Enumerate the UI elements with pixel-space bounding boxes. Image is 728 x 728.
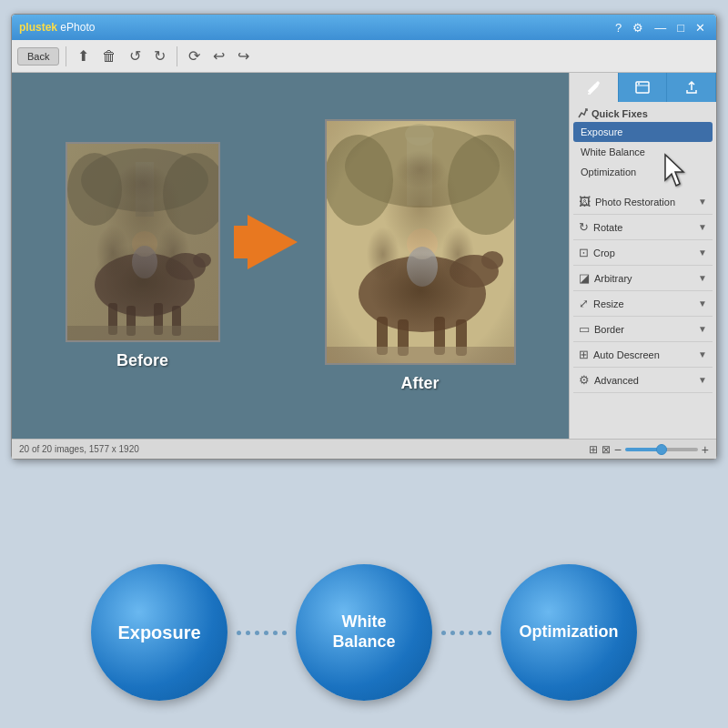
svg-rect-1 (67, 144, 218, 340)
delete-button[interactable]: 🗑 (97, 46, 121, 66)
restore-button[interactable]: □ (673, 22, 688, 34)
dot-2 (246, 631, 250, 635)
svg-point-2 (81, 148, 208, 212)
right-panel: Quick Fixes Exposure White Balance Optim… (569, 73, 716, 439)
svg-rect-8 (126, 306, 136, 336)
svg-point-30 (407, 247, 438, 287)
image-area: Before (12, 73, 569, 439)
status-bar: 20 of 20 images, 1577 x 1920 ⊞ ⊠ − + (12, 439, 716, 459)
adjustments-section: 🖼 Photo Restoration ▼ ↻ Rotate ▼ ⊡ Cr (570, 186, 716, 439)
dot-1 (237, 631, 241, 635)
close-button[interactable]: ✕ (692, 22, 709, 34)
brand-name: plustek (19, 21, 57, 34)
svg-rect-15 (67, 326, 218, 340)
rotate-ccw-button[interactable]: ↺ (125, 46, 146, 66)
svg-rect-7 (108, 303, 117, 335)
rotate-cw-button[interactable]: ↻ (149, 46, 170, 66)
arbitrary-chevron-icon: ▼ (698, 273, 707, 283)
before-photo (67, 144, 218, 340)
svg-rect-23 (377, 317, 388, 355)
circle-bubble-exposure: Exposure (91, 564, 228, 701)
svg-rect-31 (327, 347, 514, 363)
back-button[interactable]: Back (17, 47, 59, 66)
adj-rotate[interactable]: ↻ Rotate ▼ (573, 215, 713, 240)
tab-export[interactable] (667, 73, 716, 102)
svg-rect-32 (327, 121, 514, 363)
svg-point-28 (481, 251, 503, 269)
status-info: 20 of 20 images, 1577 x 1920 (19, 444, 139, 454)
svg-point-27 (450, 255, 499, 288)
quick-fixes-label: Quick Fixes (592, 108, 648, 119)
title-text: plustek ePhoto (19, 21, 95, 34)
before-photo-svg (67, 144, 218, 340)
reset-button[interactable]: ⟳ (184, 46, 205, 66)
dot-11 (478, 631, 482, 635)
quick-fixes-section: Quick Fixes Exposure White Balance Optim… (570, 102, 716, 186)
zoom-in-icon[interactable]: + (702, 442, 709, 457)
export-icon (684, 80, 699, 95)
dot-5 (273, 631, 278, 635)
svg-point-29 (407, 228, 438, 259)
app-window: plustek ePhoto ? ⚙ — □ ✕ Back ⬆ 🗑 ↺ ↻ ⟳ … (11, 14, 717, 460)
svg-rect-25 (434, 317, 445, 355)
zoom-slider[interactable] (625, 448, 698, 451)
minimize-button[interactable]: — (651, 22, 670, 34)
qf-exposure[interactable]: Exposure (573, 122, 713, 142)
adj-border-label: Border (594, 324, 624, 335)
svg-point-4 (163, 153, 218, 235)
svg-point-22 (359, 256, 486, 332)
after-photo (327, 121, 514, 363)
arrow-container (248, 215, 298, 269)
circle-bubble-optimization: Optimization (500, 564, 637, 701)
quick-fixes-icon (577, 108, 588, 119)
arrow-icon (248, 215, 298, 269)
svg-point-6 (95, 253, 195, 317)
adj-rotate-label: Rotate (593, 222, 622, 233)
view-mode-icon[interactable]: ⊞ (589, 443, 598, 456)
adj-auto-descreen[interactable]: ⊞ Auto Descreen ▼ (573, 342, 713, 368)
adj-photo-restoration[interactable]: 🖼 Photo Restoration ▼ (573, 189, 713, 215)
upload-button[interactable]: ⬆ (73, 46, 94, 66)
adj-border[interactable]: ▭ Border ▼ (573, 317, 713, 342)
edit-icon (586, 80, 601, 95)
window-controls: ? ⚙ — □ ✕ (612, 22, 709, 34)
qf-optimization[interactable]: Optimization (573, 162, 713, 182)
qf-white-balance[interactable]: White Balance (573, 142, 713, 162)
after-photo-svg (327, 121, 514, 363)
zoom-out-icon[interactable]: − (614, 442, 622, 457)
redo-button[interactable]: ↪ (233, 46, 254, 66)
help-button[interactable]: ? (612, 22, 625, 34)
svg-point-35 (638, 83, 640, 85)
adj-arbitrary-label: Arbitrary (594, 273, 632, 284)
adj-resize[interactable]: ⤢ Resize ▼ (573, 291, 713, 317)
svg-rect-5 (136, 162, 154, 217)
dot-12 (487, 631, 491, 635)
svg-point-14 (132, 246, 157, 278)
after-label: After (400, 374, 439, 393)
svg-rect-20 (407, 137, 432, 206)
toolbar-separator-1 (66, 46, 66, 66)
settings-button[interactable]: ⚙ (629, 22, 647, 34)
panel-tabs (570, 73, 716, 102)
before-photo-frame (66, 142, 220, 342)
fit-icon[interactable]: ⊠ (602, 443, 611, 456)
circle-item-optimization: Optimization (500, 564, 637, 701)
border-chevron-icon: ▼ (698, 324, 707, 334)
undo-button[interactable]: ↩ (208, 46, 229, 66)
bottom-section: Exposure White Balance Optimization (0, 564, 728, 701)
svg-rect-26 (456, 319, 467, 356)
tab-edit[interactable] (570, 73, 619, 102)
adj-crop[interactable]: ⊡ Crop ▼ (573, 240, 713, 266)
quick-fixes-header: Quick Fixes (573, 106, 713, 122)
rotate-icon: ↻ (579, 220, 589, 234)
resize-chevron-icon: ▼ (698, 298, 707, 308)
dot-3 (255, 631, 259, 635)
adj-photo-restoration-label: Photo Restoration (595, 197, 675, 207)
svg-rect-9 (154, 303, 163, 335)
tab-view[interactable] (619, 73, 668, 102)
dots-2 (441, 631, 491, 635)
border-icon: ▭ (579, 322, 590, 336)
svg-point-13 (132, 231, 157, 257)
adj-advanced[interactable]: ⚙ Advanced ▼ (573, 368, 713, 393)
adj-arbitrary[interactable]: ◪ Arbitrary ▼ (573, 266, 713, 291)
